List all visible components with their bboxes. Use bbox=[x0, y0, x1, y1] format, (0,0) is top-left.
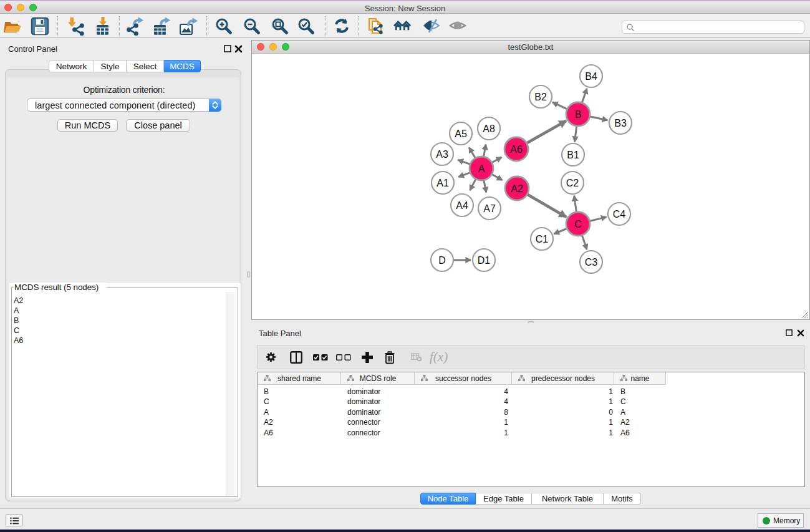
svg-text:A6: A6 bbox=[510, 144, 523, 155]
svg-text:C4: C4 bbox=[613, 209, 626, 220]
svg-text:B3: B3 bbox=[614, 118, 627, 128]
svg-text:B: B bbox=[575, 109, 582, 120]
svg-text:B2: B2 bbox=[534, 92, 547, 102]
svg-text:D: D bbox=[438, 255, 446, 266]
svg-text:B1: B1 bbox=[567, 150, 579, 160]
svg-text:D1: D1 bbox=[478, 255, 491, 266]
svg-text:C3: C3 bbox=[585, 257, 598, 268]
svg-text:A5: A5 bbox=[455, 128, 467, 139]
svg-text:B4: B4 bbox=[585, 71, 597, 82]
svg-text:A2: A2 bbox=[511, 183, 523, 194]
svg-text:C: C bbox=[574, 219, 582, 230]
svg-text:A3: A3 bbox=[436, 149, 448, 160]
svg-text:A4: A4 bbox=[456, 200, 468, 211]
svg-text:A: A bbox=[478, 163, 485, 174]
svg-text:C1: C1 bbox=[536, 234, 549, 244]
svg-text:A1: A1 bbox=[436, 178, 449, 188]
svg-text:A8: A8 bbox=[483, 123, 495, 134]
svg-text:A7: A7 bbox=[483, 203, 496, 214]
svg-text:C2: C2 bbox=[566, 178, 579, 188]
